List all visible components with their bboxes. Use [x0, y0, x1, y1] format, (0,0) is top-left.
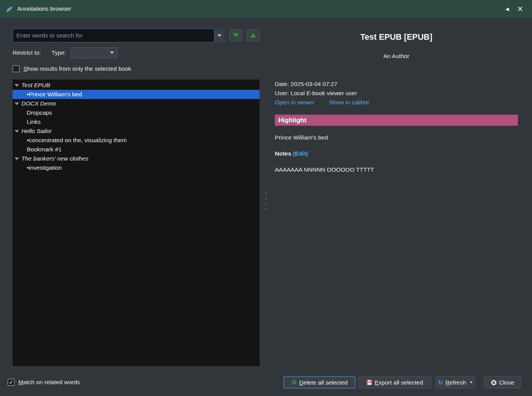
- type-dropdown-arrow: [107, 48, 117, 58]
- delete-button-label: Delete all selected: [299, 379, 348, 386]
- annotation-date: Date: 2025-03-04 07:27: [275, 80, 337, 89]
- next-match-button[interactable]: [229, 29, 242, 41]
- tree-book-row[interactable]: Hello Sailor: [13, 127, 260, 136]
- tree-book-label: DOCX Demo: [21, 99, 56, 108]
- delete-all-selected-button[interactable]: ♻ Delete all selected: [284, 377, 355, 388]
- highlighter-app-icon: [5, 5, 14, 13]
- refresh-button[interactable]: ↻ Refresh: [436, 377, 475, 388]
- match-related-option[interactable]: ✓ Match on related words: [8, 379, 80, 386]
- tree-annotation-label: •concentrated on the, visualizing them: [27, 136, 127, 145]
- titlebar: Annotations browser ◀ ✕: [0, 0, 532, 18]
- splitter-dot: [265, 208, 266, 209]
- tree-annotation-label: •investigation: [27, 163, 62, 172]
- annotations-tree[interactable]: Test EPUB •Prince William's bed DOCX Dem…: [13, 80, 260, 366]
- details-book-title: Test EPUB [EPUB]: [275, 32, 518, 42]
- expander-icon[interactable]: [15, 84, 19, 87]
- tree-annotation-row[interactable]: •investigation: [13, 163, 260, 172]
- tree-annotation-row[interactable]: •concentrated on the, visualizing them: [13, 136, 260, 145]
- highlighted-text: Prince William's bed: [275, 133, 328, 142]
- previous-match-button[interactable]: [247, 29, 260, 41]
- restrict-to-label: Restrict to:: [13, 49, 41, 56]
- expander-icon[interactable]: [15, 130, 19, 133]
- match-related-label: Match on related words: [18, 379, 80, 386]
- tree-annotation-row[interactable]: •Prince William's bed: [13, 90, 260, 99]
- recycle-icon: ♻: [291, 380, 297, 386]
- open-in-viewer-link[interactable]: Open in viewer: [275, 98, 314, 107]
- only-selected-book-checkbox[interactable]: [13, 65, 19, 72]
- splitter-dot: [265, 198, 266, 199]
- only-selected-book-option[interactable]: Show results from only the selected book: [13, 65, 131, 72]
- show-in-calibre-link[interactable]: Show in calibre: [329, 98, 369, 107]
- tree-annotation-label: Dropcaps: [27, 108, 52, 117]
- details-author: An Author: [275, 53, 518, 60]
- expander-icon[interactable]: [15, 157, 19, 160]
- tree-annotation-label: Bookmark #1: [27, 145, 62, 154]
- export-button-label: Export all selected: [375, 379, 423, 386]
- tree-book-row[interactable]: DOCX Demo: [13, 99, 260, 108]
- type-dropdown[interactable]: [70, 47, 118, 58]
- tree-annotation-row[interactable]: Links: [13, 117, 260, 127]
- export-all-selected-button[interactable]: Export all selected: [358, 377, 431, 388]
- collapse-arrow-icon[interactable]: ◀: [501, 2, 514, 15]
- refresh-button-label: Refresh: [446, 379, 466, 386]
- floppy-disk-icon: [367, 380, 372, 385]
- chevron-down-icon: [110, 52, 114, 54]
- checkmark-icon: ✓: [9, 379, 13, 385]
- tree-annotation-label: Links: [27, 117, 41, 127]
- search-dropdown-arrow[interactable]: [214, 29, 224, 42]
- chevron-down-icon: [217, 34, 221, 37]
- search-combobox[interactable]: [13, 29, 225, 42]
- type-label: Type:: [52, 49, 66, 56]
- restrict-row: Restrict to: Type:: [13, 47, 118, 58]
- notes-label: Notes: [275, 150, 291, 157]
- annotation-user: User: Local E-book viewer user: [275, 89, 357, 98]
- match-related-checkbox[interactable]: ✓: [8, 379, 15, 386]
- tree-book-row[interactable]: Test EPUB: [13, 81, 260, 90]
- splitter-dot: [265, 203, 266, 204]
- annotations-browser-window: Annotations browser ◀ ✕ Restrict to: Typ…: [0, 0, 532, 396]
- only-selected-book-label: Show results from only the selected book: [23, 65, 131, 72]
- tree-annotation-label: •Prince William's bed: [27, 90, 82, 99]
- tree-book-label: Test EPUB: [21, 81, 50, 90]
- tree-book-row[interactable]: The bankers' new clothes: [13, 154, 260, 163]
- green-down-arrow-icon: [233, 33, 239, 37]
- close-circle-icon: [491, 380, 497, 386]
- tree-annotation-row[interactable]: Dropcaps: [13, 108, 260, 117]
- expander-icon[interactable]: [15, 102, 19, 105]
- tree-book-label: Hello Sailor: [21, 127, 52, 136]
- refresh-menu-arrow-icon[interactable]: [470, 381, 473, 383]
- annotation-type-banner: Highlight: [275, 115, 518, 126]
- notes-heading: Notes (Edit): [275, 149, 308, 158]
- close-window-icon[interactable]: ✕: [514, 2, 527, 15]
- tree-annotation-row[interactable]: Bookmark #1: [13, 145, 260, 154]
- notes-text: AAAAAAA NNNNN OOOOOO TTTTT: [275, 165, 374, 174]
- close-button[interactable]: Close: [484, 377, 521, 388]
- refresh-icon: ↻: [438, 380, 443, 386]
- tree-book-label: The bankers' new clothes: [21, 154, 88, 163]
- green-up-arrow-icon: [250, 33, 256, 37]
- panel-splitter-handle[interactable]: [264, 193, 267, 209]
- search-input[interactable]: [13, 29, 213, 42]
- splitter-dot: [265, 193, 266, 194]
- close-button-label: Close: [499, 379, 514, 386]
- edit-notes-link[interactable]: (Edit): [293, 150, 308, 157]
- window-title: Annotations browser: [17, 5, 71, 12]
